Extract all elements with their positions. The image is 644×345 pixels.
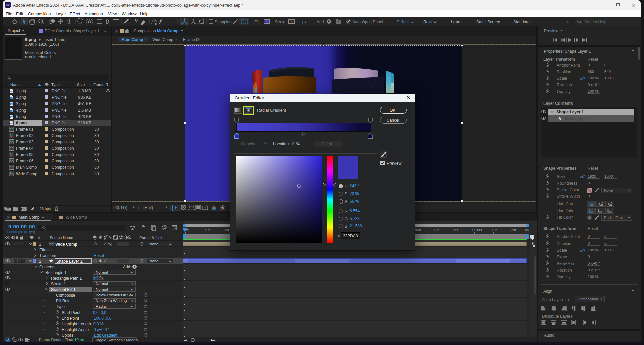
svg-text:fx: fx (109, 235, 112, 240)
